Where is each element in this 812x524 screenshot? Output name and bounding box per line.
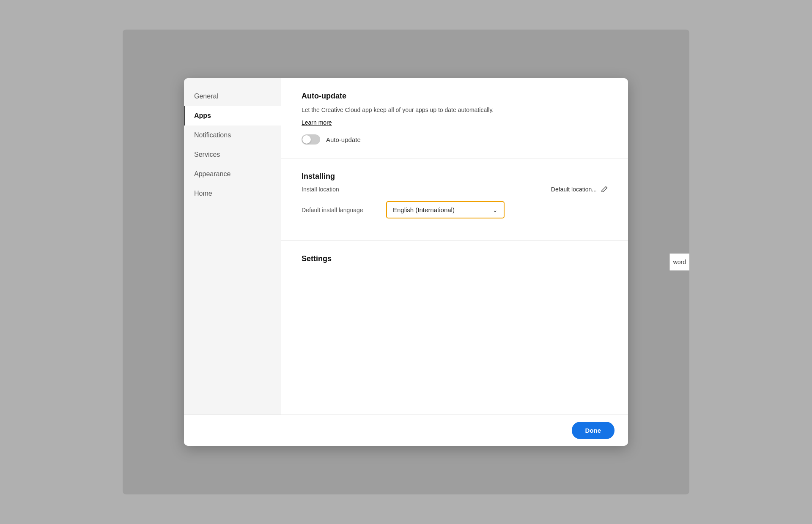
preferences-dialog: General Apps Notifications Services Appe… xyxy=(184,78,628,446)
installing-title: Installing xyxy=(302,172,608,181)
auto-update-toggle-row: Auto-update xyxy=(302,134,608,145)
default-language-row: Default install language English (Intern… xyxy=(302,201,608,218)
settings-section: Settings xyxy=(281,241,628,282)
install-location-row: Install location Default location... xyxy=(302,186,608,193)
install-location-value: Default location... xyxy=(551,186,597,193)
sidebar-item-services[interactable]: Services xyxy=(184,145,281,164)
auto-update-section: Auto-update Let the Creative Cloud app k… xyxy=(281,78,628,158)
language-dropdown-value: English (International) xyxy=(393,206,455,213)
main-content: Auto-update Let the Creative Cloud app k… xyxy=(281,78,628,415)
auto-update-toggle[interactable] xyxy=(302,134,320,145)
sidebar: General Apps Notifications Services Appe… xyxy=(184,78,281,415)
sidebar-item-home[interactable]: Home xyxy=(184,184,281,203)
chevron-down-icon: ⌄ xyxy=(493,207,498,213)
default-install-language-label: Default install language xyxy=(302,207,386,213)
sidebar-item-notifications[interactable]: Notifications xyxy=(184,126,281,145)
sidebar-item-general[interactable]: General xyxy=(184,87,281,106)
installing-section: Installing Install location Default loca… xyxy=(281,158,628,241)
dialog-footer: Done xyxy=(184,415,628,446)
settings-title: Settings xyxy=(302,254,608,263)
install-location-value-container: Default location... xyxy=(551,186,608,193)
auto-update-toggle-label: Auto-update xyxy=(326,136,361,143)
outer-wrapper: word General Apps Notifications Services… xyxy=(123,30,689,494)
sidebar-item-appearance[interactable]: Appearance xyxy=(184,164,281,184)
auto-update-desc: Let the Creative Cloud app keep all of y… xyxy=(302,106,589,115)
language-dropdown[interactable]: English (International) ⌄ xyxy=(386,201,505,218)
password-hint: word xyxy=(669,254,689,270)
install-location-label: Install location xyxy=(302,186,386,193)
learn-more-link[interactable]: Learn more xyxy=(302,119,332,126)
done-button[interactable]: Done xyxy=(572,422,615,439)
auto-update-title: Auto-update xyxy=(302,92,608,101)
edit-install-location-icon[interactable] xyxy=(601,186,608,193)
sidebar-item-apps[interactable]: Apps xyxy=(184,106,281,126)
dialog-body: General Apps Notifications Services Appe… xyxy=(184,78,628,415)
